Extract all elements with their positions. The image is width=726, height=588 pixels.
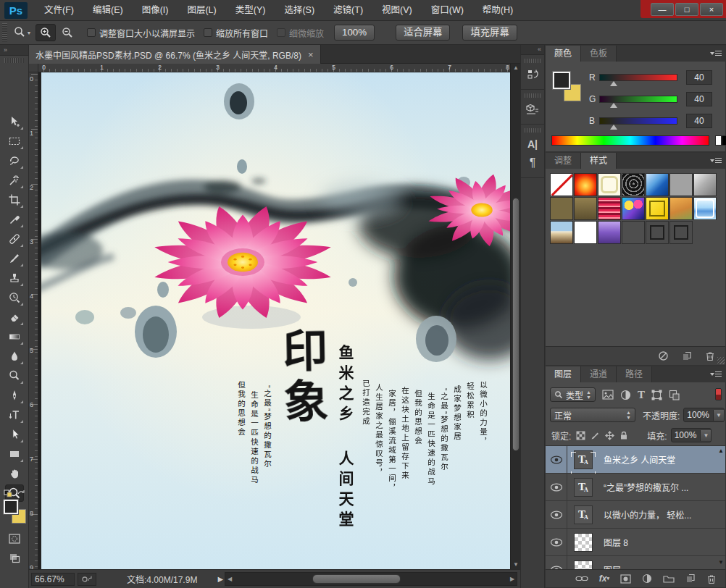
layer-name[interactable]: 鱼米之乡 人间天堂 xyxy=(604,453,675,466)
canvas-viewport[interactable]: 印象 鱼米之乡人间天堂 以微小的力量， 轻松累积 成家梦想家居 “之最”梦想的撒… xyxy=(38,72,510,569)
panel-menu-icon[interactable] xyxy=(710,156,722,165)
menu-view[interactable]: 视图(V) xyxy=(372,0,422,21)
link-layers-icon[interactable] xyxy=(575,575,588,582)
status-options-button[interactable] xyxy=(78,573,96,586)
zoom-out-button[interactable] xyxy=(57,24,78,41)
toolbar-grip[interactable] xyxy=(4,58,24,63)
style-swatch[interactable] xyxy=(669,173,693,196)
style-swatch[interactable] xyxy=(598,197,621,220)
dock-grip[interactable] xyxy=(525,93,541,98)
shape-tool[interactable] xyxy=(5,445,24,463)
filter-type-combo[interactable]: 类型 ▲▼ xyxy=(550,387,596,402)
zoom-level-field[interactable]: 66.67% xyxy=(31,573,75,586)
default-colors-control[interactable] xyxy=(3,490,26,498)
blur-tool[interactable] xyxy=(5,348,24,365)
character-panel-icon[interactable]: A| xyxy=(524,135,541,153)
green-slider[interactable] xyxy=(599,96,677,103)
properties-panel-icon[interactable] xyxy=(524,101,541,118)
tab-channels[interactable]: 通道 xyxy=(581,366,617,382)
brush-tool[interactable] xyxy=(5,250,24,267)
red-value-field[interactable]: 40 xyxy=(686,70,712,85)
filter-smart-objects-icon[interactable] xyxy=(669,390,680,400)
lock-position-icon[interactable] xyxy=(605,431,614,440)
filter-type-layers-icon[interactable]: T xyxy=(638,389,645,401)
style-swatch[interactable] xyxy=(550,197,573,220)
menu-window[interactable]: 窗口(W) xyxy=(422,0,473,21)
history-panel-icon[interactable] xyxy=(524,66,541,83)
close-button[interactable]: × xyxy=(700,3,723,16)
zoom-all-checkbox[interactable] xyxy=(204,28,212,37)
layer-thumbnail[interactable]: TA xyxy=(567,505,599,524)
direct-selection-tool[interactable] xyxy=(5,426,24,443)
blue-slider-thumb[interactable] xyxy=(610,125,617,130)
dock-collapse-button[interactable]: « xyxy=(521,45,544,55)
style-swatch[interactable] xyxy=(622,173,645,196)
style-swatch[interactable] xyxy=(550,221,573,244)
layer-thumbnail[interactable]: TA xyxy=(567,450,599,469)
scroll-down-icon[interactable]: ▼ xyxy=(718,559,724,566)
scroll-right-icon[interactable]: ▶ xyxy=(508,573,517,585)
new-layer-icon[interactable] xyxy=(685,574,696,584)
visibility-cell[interactable] xyxy=(546,501,567,529)
quick-mask-button[interactable] xyxy=(5,530,24,547)
layer-mask-icon[interactable] xyxy=(620,574,631,584)
layer-row[interactable]: 图层 ▼ xyxy=(546,556,725,570)
lock-pixels-icon[interactable] xyxy=(591,431,600,440)
tab-swatches[interactable]: 色板 xyxy=(581,46,617,62)
eraser-tool[interactable] xyxy=(5,308,24,326)
lasso-tool[interactable] xyxy=(5,152,24,169)
fit-screen-button[interactable]: 适合屏幕 xyxy=(396,25,450,41)
minimize-button[interactable]: — xyxy=(651,3,674,16)
dock-grip[interactable] xyxy=(525,59,541,63)
zoom-in-button[interactable] xyxy=(36,24,56,41)
delete-layer-icon[interactable] xyxy=(706,574,717,584)
healing-brush-tool[interactable] xyxy=(5,230,24,248)
menu-filter[interactable]: 滤镜(T) xyxy=(324,0,372,21)
vertical-scrollbar[interactable]: ▲ ▼ xyxy=(510,64,520,569)
document-tab[interactable]: 水墨中国风精品PSD素材.PSD @ 66.7% (鱼米之乡 人间天堂, RGB… xyxy=(29,45,321,64)
actual-pixels-button[interactable]: 100% xyxy=(334,25,375,41)
layer-thumbnail[interactable]: TA xyxy=(567,478,599,497)
zoom-tool-preset[interactable]: ▼ xyxy=(10,23,35,42)
clone-stamp-tool[interactable] xyxy=(5,269,24,287)
layer-thumbnail[interactable] xyxy=(567,560,599,571)
menu-help[interactable]: 帮助(H) xyxy=(473,0,522,21)
tab-close-icon[interactable]: × xyxy=(308,49,314,60)
visibility-cell[interactable] xyxy=(546,474,567,501)
crop-tool[interactable] xyxy=(5,191,24,209)
black-swatch[interactable] xyxy=(722,135,726,146)
adjustment-layer-icon[interactable] xyxy=(642,574,652,584)
scroll-up-icon[interactable]: ▲ xyxy=(718,448,724,454)
panel-menu-icon[interactable] xyxy=(710,49,722,58)
horizontal-scrollbar[interactable]: ◀ ▶ xyxy=(225,572,517,586)
filter-pixel-layers-icon[interactable] xyxy=(602,390,614,400)
scroll-left-icon[interactable]: ◀ xyxy=(225,573,234,585)
style-swatch[interactable] xyxy=(693,197,717,220)
resize-window-checkbox[interactable] xyxy=(87,28,96,37)
toolbar-collapse[interactable]: » xyxy=(0,45,28,56)
status-flyout-icon[interactable]: ▶ xyxy=(217,575,223,583)
layer-thumbnail[interactable] xyxy=(567,533,599,552)
lock-all-icon[interactable] xyxy=(619,431,628,440)
red-slider[interactable] xyxy=(599,74,677,81)
style-swatch[interactable] xyxy=(598,221,621,244)
tab-styles[interactable]: 样式 xyxy=(581,153,617,169)
style-swatch[interactable] xyxy=(550,173,573,196)
menu-select[interactable]: 选择(S) xyxy=(275,0,324,21)
opacity-combo[interactable]: 100% ▼ xyxy=(683,408,725,422)
dock-grip[interactable] xyxy=(525,128,541,133)
layer-style-icon[interactable]: fx▾ xyxy=(599,574,609,584)
style-swatch[interactable] xyxy=(574,173,597,196)
layer-name[interactable]: “之最”梦想的撒瓦尔 ... xyxy=(604,481,688,493)
dodge-tool[interactable] xyxy=(5,367,24,385)
blend-mode-combo[interactable]: 正常 ▲▼ xyxy=(550,408,635,422)
style-swatch[interactable] xyxy=(622,221,645,244)
menu-image[interactable]: 图像(I) xyxy=(133,0,178,21)
fill-combo[interactable]: 100% ▼ xyxy=(671,428,712,442)
visibility-cell[interactable] xyxy=(546,446,567,474)
style-swatch[interactable] xyxy=(646,197,669,220)
delete-style-icon[interactable] xyxy=(705,350,715,361)
menu-layer[interactable]: 图层(L) xyxy=(178,0,225,21)
lock-transparency-icon[interactable] xyxy=(576,431,585,440)
style-swatch[interactable] xyxy=(598,173,621,196)
